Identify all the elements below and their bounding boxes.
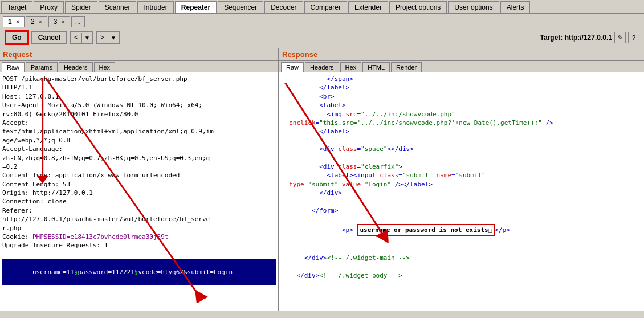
tab-intruder[interactable]: Intruder [137, 1, 173, 13]
response-header: Response [279, 48, 644, 61]
repeater-session-bar: 1 × 2 × 3 × ... [0, 14, 644, 27]
response-panel: Response Raw Headers Hex HTML Render </s… [279, 48, 644, 311]
resp-line-9: <div class="space"></div> [282, 145, 642, 153]
back-button[interactable]: < ▼ [70, 31, 93, 44]
tab-repeater[interactable]: Repeater [175, 1, 217, 13]
request-tab-params[interactable]: Params [26, 62, 58, 72]
target-label: Target: http://127.0.0.1 [540, 34, 612, 42]
session-tab-1-close[interactable]: × [16, 19, 19, 25]
session-tab-3[interactable]: 3 × [48, 16, 70, 27]
resp-line-13: type="submit" value="Login" /></label> [282, 180, 642, 189]
resp-line-15 [282, 197, 642, 206]
request-line-5: rv:80.0) Gecko/20100101 Firefox/80.0 [2, 110, 276, 119]
resp-line-10 [282, 154, 642, 162]
target-info: Target: http://127.0.0.1 ✎ ? [540, 32, 639, 43]
tab-extender[interactable]: Extender [348, 1, 388, 13]
help-button[interactable]: ? [628, 32, 639, 43]
session-tab-2[interactable]: 2 × [26, 16, 47, 27]
session-tab-1[interactable]: 1 × [3, 16, 25, 27]
error-message-highlight: username or password is not exists□ [357, 224, 495, 236]
resp-line-2: </label> [282, 83, 642, 92]
session-tab-3-close[interactable]: × [62, 19, 65, 25]
request-line-2: HTTP/1.1 [2, 83, 276, 92]
request-bottom-line: username=11§password=112221§vcode=hlyq62… [2, 259, 276, 285]
main-split-panel: Request Raw Params Headers Hex POST /pik… [0, 48, 644, 311]
tab-spider[interactable]: Spider [65, 1, 97, 13]
request-line-13: Content-Length: 53 [2, 180, 276, 189]
request-line-20: Upgrade-Insecure-Requests: 1 [2, 241, 276, 250]
response-tab-render[interactable]: Render [391, 62, 422, 72]
request-tab-raw[interactable]: Raw [2, 62, 25, 72]
resp-line-1: </span> [282, 75, 642, 83]
resp-line-17: <p> username or password is not exists□<… [282, 215, 642, 244]
resp-line-19: </div><!-- /.widget-main --> [282, 254, 642, 262]
edit-target-button[interactable]: ✎ [614, 32, 626, 43]
resp-line-6: onclick="this.src='../../inc/showvcode.p… [282, 119, 642, 127]
tab-proxy[interactable]: Proxy [34, 1, 64, 13]
request-line-19: Cookie: PHPSESSID=e18413c7bvhcde0lrmea30… [2, 233, 276, 241]
response-tab-html[interactable]: HTML [362, 62, 390, 72]
resp-line-16: </form> [282, 206, 642, 215]
resp-line-12: <label><input class="submit" name="submi… [282, 171, 642, 180]
main-tab-bar: Target Proxy Spider Scanner Intruder Rep… [0, 0, 644, 14]
response-tab-raw[interactable]: Raw [281, 62, 304, 72]
request-line-18: r.php [2, 224, 276, 233]
forward-dropdown-icon[interactable]: ▼ [108, 33, 119, 43]
session-tab-more[interactable]: ... [71, 16, 85, 27]
request-header: Request [0, 48, 278, 61]
request-line-1: POST /pikachu-master/vul/burteforce/bf_s… [2, 75, 276, 83]
tab-alerts[interactable]: Alerts [500, 1, 531, 13]
request-tab-headers[interactable]: Headers [59, 62, 93, 72]
request-line-14: Origin: http://127.0.0.1 [2, 189, 276, 197]
request-tabs: Raw Params Headers Hex [0, 61, 278, 72]
resp-line-3: <br> [282, 92, 642, 101]
request-tab-hex[interactable]: Hex [94, 62, 116, 72]
back-dropdown-icon[interactable]: ▼ [81, 33, 92, 43]
resp-line-14: </div> [282, 189, 642, 197]
repeater-toolbar: Go Cancel < ▼ > ▼ Target: http://127.0.0… [0, 27, 644, 48]
forward-icon: > [97, 32, 108, 43]
request-content[interactable]: POST /pikachu-master/vul/burteforce/bf_s… [0, 72, 278, 311]
cookie-value: PHPSESSID=e18413c7bvhcde0lrmea30j59t [32, 233, 168, 240]
session-tab-2-label: 2 [31, 18, 35, 26]
resp-line-7: </label> [282, 127, 642, 136]
resp-line-11: <div class="clearfix"> [282, 162, 642, 171]
request-line-7: text/html,application/xhtml+xml,applicat… [2, 127, 276, 136]
resp-line-18 [282, 244, 642, 253]
session-tab-1-label: 1 [8, 18, 12, 26]
tab-comparer[interactable]: Comparer [304, 1, 347, 13]
resp-line-4: <label> [282, 101, 642, 109]
request-line-6: Accept: [2, 119, 276, 127]
tab-target[interactable]: Target [1, 1, 32, 13]
request-line-4: User-Agent: Mozilla/5.0 (Windows NT 10.0… [2, 101, 276, 109]
request-line-17: http://127.0.0.1/pikachu-master/vul/burt… [2, 215, 276, 223]
response-tab-hex[interactable]: Hex [340, 62, 362, 72]
request-line-8: age/webp,*/*;q=0.8 [2, 136, 276, 145]
request-panel: Request Raw Params Headers Hex POST /pik… [0, 48, 279, 311]
response-content[interactable]: </span> </label> <br> <label> <img src="… [279, 72, 644, 311]
request-line-10: zh-CN,zh;q=0.8,zh-TW;q=0.7,zh-HK;q=0.5,e… [2, 154, 276, 162]
request-line-9: Accept-Language: [2, 145, 276, 153]
resp-line-21: </div><!-- /.widget-body --> [282, 271, 642, 280]
tab-sequencer[interactable]: Sequencer [218, 1, 263, 13]
request-line-16: Referer: [2, 206, 276, 215]
tab-scanner[interactable]: Scanner [99, 1, 137, 13]
tab-user-options[interactable]: User options [448, 1, 499, 13]
forward-button[interactable]: > ▼ [96, 31, 120, 44]
request-line-12: Content-Type: application/x-www-form-url… [2, 171, 276, 180]
resp-line-8 [282, 136, 642, 145]
response-tabs: Raw Headers Hex HTML Render [279, 61, 644, 72]
request-line-11: =0.2 [2, 162, 276, 171]
go-button[interactable]: Go [5, 30, 29, 45]
resp-line-20 [282, 262, 642, 271]
response-tab-headers[interactable]: Headers [305, 62, 339, 72]
cancel-button[interactable]: Cancel [31, 31, 67, 44]
tab-project-options[interactable]: Project options [389, 1, 447, 13]
session-tab-2-close[interactable]: × [39, 19, 42, 25]
request-line-3: Host: 127.0.0.1 [2, 92, 276, 101]
tab-decoder[interactable]: Decoder [264, 1, 303, 13]
resp-line-5: <img src="../../inc/showvcode.php" [282, 110, 642, 119]
session-tab-3-label: 3 [54, 18, 58, 26]
request-line-15: Connection: close [2, 197, 276, 206]
back-icon: < [71, 32, 81, 43]
